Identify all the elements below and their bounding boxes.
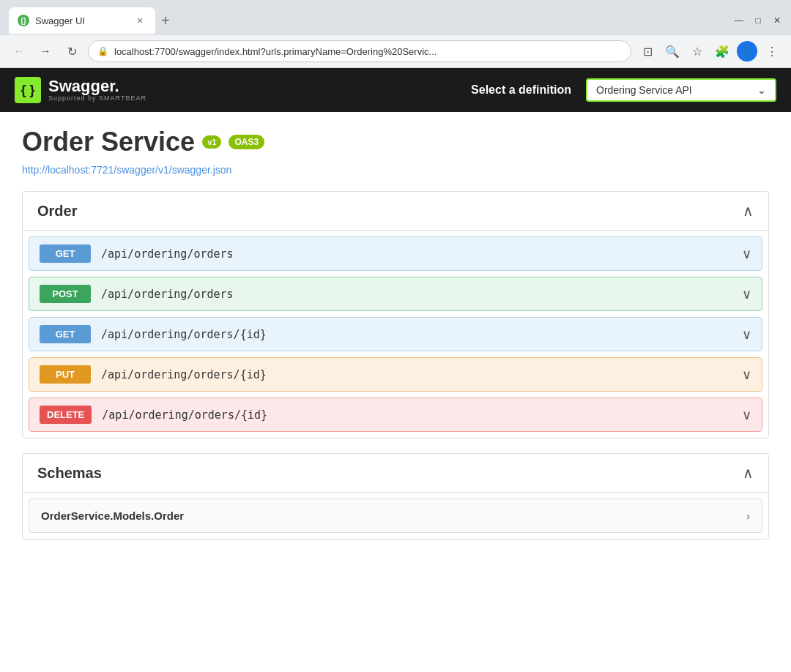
endpoint-row-put-order-id[interactable]: PUT /api/ordering/orders/{id} ∨ <box>29 357 762 392</box>
oas3-badge: OAS3 <box>229 135 264 149</box>
reload-icon: ↻ <box>67 45 77 59</box>
maximize-button[interactable]: □ <box>753 15 763 26</box>
definition-selected-value: Ordering Service API <box>596 84 692 96</box>
order-section: Order ∧ GET /api/ordering/orders ∨ POST … <box>22 191 769 438</box>
swagger-logo-text: Swagger. Supported by SMARTBEAR <box>48 78 146 102</box>
tab-title: Swagger UI <box>35 15 127 26</box>
endpoint-chevron-get-order-id: ∨ <box>742 326 751 343</box>
endpoint-path-get-orders: /api/ordering/orders <box>101 247 742 261</box>
order-section-title: Order <box>37 203 77 220</box>
collections-icon[interactable]: ⊡ <box>637 41 658 61</box>
endpoint-delete-order-id: DELETE /api/ordering/orders/{id} ∨ <box>29 397 762 432</box>
endpoint-put-order-id: PUT /api/ordering/orders/{id} ∨ <box>29 357 762 392</box>
browser-toolbar: ← → ↻ 🔒 localhost:7700/swagger/index.htm… <box>0 35 791 67</box>
new-tab-button[interactable]: + <box>155 10 176 32</box>
swagger-name: Swagger. <box>48 78 146 94</box>
method-badge-put: PUT <box>40 365 91 384</box>
definition-select[interactable]: Ordering Service API ⌄ <box>586 78 776 102</box>
definition-label: Select a definition <box>471 83 571 97</box>
endpoint-row-delete-order-id[interactable]: DELETE /api/ordering/orders/{id} ∨ <box>29 397 762 432</box>
extensions-icon[interactable]: 🧩 <box>712 41 732 61</box>
method-badge-get: GET <box>40 244 91 263</box>
schema-expand-icon: › <box>746 510 750 522</box>
api-url-link[interactable]: http://localhost:7721/swagger/v1/swagger… <box>22 164 231 176</box>
endpoint-row-post-orders[interactable]: POST /api/ordering/orders ∨ <box>29 277 762 311</box>
star-icon[interactable]: ☆ <box>687 41 708 61</box>
swagger-supported-by: Supported by SMARTBEAR <box>48 94 146 102</box>
order-section-header[interactable]: Order ∧ <box>23 192 768 231</box>
schemas-section-chevron: ∧ <box>743 464 754 482</box>
tab-close-button[interactable]: × <box>133 14 146 27</box>
schema-item-order[interactable]: OrderService.Models.Order › <box>29 499 762 533</box>
endpoint-chevron-delete-order-id: ∨ <box>742 407 751 423</box>
swagger-content: Order Service v1 OAS3 http://localhost:7… <box>0 112 791 672</box>
forward-button[interactable]: → <box>35 41 56 61</box>
url-display: localhost:7700/swagger/index.html?urls.p… <box>114 46 622 57</box>
endpoint-chevron-put-order-id: ∨ <box>742 367 751 383</box>
endpoint-get-orders: GET /api/ordering/orders ∨ <box>29 236 762 271</box>
method-badge-post: POST <box>40 285 91 303</box>
back-icon: ← <box>13 45 25 58</box>
browser-title-bar: {} Swagger UI × + — □ ✕ <box>0 0 791 35</box>
endpoint-get-order-id: GET /api/ordering/orders/{id} ∨ <box>29 317 762 351</box>
schemas-section-title: Schemas <box>37 465 102 482</box>
api-title-row: Order Service v1 OAS3 <box>22 127 769 157</box>
swagger-logo: { } Swagger. Supported by SMARTBEAR <box>15 77 146 103</box>
method-badge-delete: DELETE <box>40 406 92 424</box>
menu-icon[interactable]: ⋮ <box>762 41 782 61</box>
search-icon[interactable]: 🔍 <box>662 41 683 61</box>
endpoint-path-get-order-id: /api/ordering/orders/{id} <box>101 328 742 341</box>
swagger-logo-icon: { } <box>15 77 41 103</box>
api-title: Order Service <box>22 127 195 157</box>
endpoint-row-get-orders[interactable]: GET /api/ordering/orders ∨ <box>29 236 762 271</box>
endpoint-path-post-orders: /api/ordering/orders <box>101 288 742 301</box>
order-section-chevron: ∧ <box>743 202 754 220</box>
address-bar[interactable]: 🔒 localhost:7700/swagger/index.html?urls… <box>88 40 631 62</box>
definition-dropdown-arrow: ⌄ <box>757 84 766 96</box>
endpoint-path-put-order-id: /api/ordering/orders/{id} <box>101 368 742 381</box>
reload-button[interactable]: ↻ <box>62 41 82 61</box>
version-badge: v1 <box>202 135 221 149</box>
api-title-section: Order Service v1 OAS3 http://localhost:7… <box>22 127 769 176</box>
browser-chrome: {} Swagger UI × + — □ ✕ ← → ↻ 🔒 localhos… <box>0 0 791 68</box>
lock-icon: 🔒 <box>97 46 108 56</box>
endpoint-post-orders: POST /api/ordering/orders ∨ <box>29 277 762 311</box>
tab-favicon: {} <box>18 15 29 26</box>
browser-tab[interactable]: {} Swagger UI × <box>9 7 155 34</box>
schemas-section: Schemas ∧ OrderService.Models.Order › <box>22 453 769 540</box>
forward-icon: → <box>40 45 51 58</box>
close-button[interactable]: ✕ <box>772 15 782 26</box>
window-controls: — □ ✕ <box>734 15 782 26</box>
method-badge-get-id: GET <box>40 325 91 343</box>
toolbar-icons: ⊡ 🔍 ☆ 🧩 👤 ⋮ <box>637 41 782 61</box>
endpoint-path-delete-order-id: /api/ordering/orders/{id} <box>102 408 742 422</box>
back-button[interactable]: ← <box>9 41 29 61</box>
endpoint-chevron-get-orders: ∨ <box>742 246 751 262</box>
endpoint-chevron-post-orders: ∨ <box>742 286 751 302</box>
schema-name: OrderService.Models.Order <box>41 509 184 522</box>
swagger-header: { } Swagger. Supported by SMARTBEAR Sele… <box>0 68 791 112</box>
minimize-button[interactable]: — <box>734 15 744 26</box>
endpoint-row-get-order-id[interactable]: GET /api/ordering/orders/{id} ∨ <box>29 317 762 351</box>
schemas-section-header[interactable]: Schemas ∧ <box>23 454 768 493</box>
profile-button[interactable]: 👤 <box>737 41 757 61</box>
